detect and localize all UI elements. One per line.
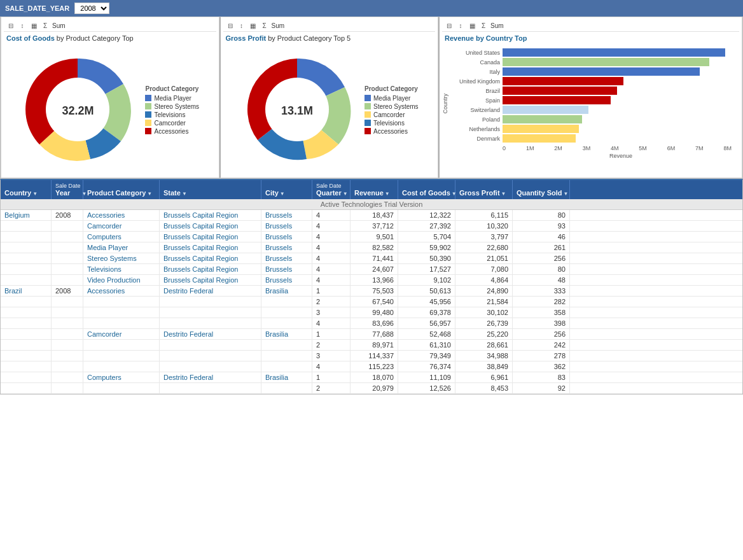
th-revenue[interactable]: Revenue ▼	[351, 180, 398, 199]
bar-row: United States	[450, 48, 739, 57]
td-city[interactable]: Brussels	[261, 253, 312, 263]
td-product[interactable]: Accessories	[83, 210, 160, 220]
table-row: Brazil2008AccessoriesDestrito FederalBra…	[1, 286, 742, 297]
td-state[interactable]: Destrito Federal	[160, 372, 261, 382]
td-product[interactable]: Computers	[83, 372, 160, 382]
td-year	[52, 232, 83, 242]
td-revenue: 115,223	[351, 361, 398, 372]
td-gp: 8,453	[455, 383, 513, 393]
th-cog[interactable]: Cost of Goods ▼	[398, 180, 455, 199]
legend-item: Accessories	[145, 128, 199, 135]
td-product[interactable]: Video Production	[83, 275, 160, 285]
td-year	[52, 242, 83, 253]
legend-item: Media Player	[145, 95, 199, 102]
bar-row: Canada	[450, 58, 739, 66]
td-product[interactable]: Stereo Systems	[83, 253, 160, 263]
td-quarter: 4	[312, 210, 351, 220]
chart-type-icon[interactable]: ▦	[468, 21, 476, 30]
td-qty: 358	[513, 307, 570, 318]
td-cog: 27,392	[398, 221, 455, 231]
sort-icon[interactable]: ↕	[456, 21, 465, 30]
td-state[interactable]: Destrito Federal	[160, 329, 261, 339]
filter-icon[interactable]: ⊟	[445, 21, 454, 30]
td-state[interactable]: Brussels Capital Region	[160, 242, 261, 253]
td-year	[52, 351, 83, 361]
td-country	[1, 275, 52, 285]
td-qty: 362	[513, 361, 570, 372]
sort-icon[interactable]: ↕	[237, 21, 246, 30]
bar-row: Denmark	[450, 134, 739, 143]
td-state[interactable]: Brussels Capital Region	[160, 221, 261, 231]
table-row: CamcorderBrussels Capital RegionBrussels…	[1, 221, 742, 232]
td-revenue: 89,971	[351, 340, 398, 350]
sum-label: Sum	[52, 22, 66, 29]
td-qty: 92	[513, 383, 570, 393]
td-state[interactable]: Brussels Capital Region	[160, 275, 261, 285]
filter-icon[interactable]: ⊟	[6, 21, 15, 30]
bar-row: United Kingdom	[450, 77, 739, 85]
chart-type-icon[interactable]: ▦	[249, 21, 258, 30]
legend-item: Camcorder	[365, 111, 419, 118]
td-city[interactable]: Brasilia	[261, 372, 312, 382]
sort-icon[interactable]: ↕	[18, 21, 27, 30]
td-country	[1, 361, 52, 372]
td-country	[1, 383, 52, 393]
td-state[interactable]: Brussels Capital Region	[160, 210, 261, 220]
td-revenue: 77,688	[351, 329, 398, 339]
td-country	[1, 372, 52, 382]
td-state[interactable]: Brussels Capital Region	[160, 253, 261, 263]
td-product[interactable]: Camcorder	[83, 221, 160, 231]
td-year	[52, 221, 83, 231]
td-quarter: 2	[312, 297, 351, 307]
td-product[interactable]: Camcorder	[83, 329, 160, 339]
td-product[interactable]: Media Player	[83, 242, 160, 253]
td-city[interactable]: Brussels	[261, 221, 312, 231]
th-qty[interactable]: Quantity Sold ▼	[513, 180, 570, 199]
chart-type-icon[interactable]: ▦	[29, 21, 38, 30]
td-state[interactable]: Brussels Capital Region	[160, 264, 261, 274]
td-quarter: 2	[312, 340, 351, 350]
td-country[interactable]: Brazil	[1, 286, 52, 296]
legend-item: Stereo Systems	[365, 103, 419, 110]
td-gp: 28,661	[455, 340, 513, 350]
td-city[interactable]: Brussels	[261, 232, 312, 242]
cog-legend: Product Category Media Player Stereo Sys…	[145, 85, 199, 136]
td-revenue: 18,437	[351, 210, 398, 220]
year-filter-select[interactable]: 2008	[74, 3, 109, 14]
td-product[interactable]: Computers	[83, 232, 160, 242]
td-state[interactable]: Brussels Capital Region	[160, 232, 261, 242]
td-cog: 61,310	[398, 340, 455, 350]
th-gp[interactable]: Gross Profit ▼	[455, 180, 513, 199]
td-country	[1, 307, 52, 318]
td-city[interactable]: Brussels	[261, 264, 312, 274]
th-product[interactable]: Product Category ▼	[83, 180, 160, 199]
table-row: Video ProductionBrussels Capital RegionB…	[1, 275, 742, 286]
filter-icon[interactable]: ⊟	[226, 21, 235, 30]
td-city[interactable]: Brasilia	[261, 286, 312, 296]
cog-total: 32.2M	[62, 104, 94, 117]
td-state[interactable]: Destrito Federal	[160, 286, 261, 296]
td-city[interactable]: Brussels	[261, 210, 312, 220]
td-revenue: 71,441	[351, 253, 398, 263]
td-product[interactable]: Televisions	[83, 264, 160, 274]
td-city	[261, 318, 312, 328]
td-quarter: 4	[312, 318, 351, 328]
td-product[interactable]: Accessories	[83, 286, 160, 296]
td-country	[1, 329, 52, 339]
th-country[interactable]: Country ▼	[1, 180, 52, 199]
th-city[interactable]: City ▼	[261, 180, 312, 199]
th-state[interactable]: State ▼	[160, 180, 261, 199]
td-country	[1, 297, 52, 307]
td-country[interactable]: Belgium	[1, 210, 52, 220]
sum-label: Sum	[272, 22, 285, 29]
td-quarter: 2	[312, 383, 351, 393]
th-year[interactable]: Sale DateYear ▼	[52, 180, 83, 199]
th-quarter[interactable]: Sale DateQuarter ▼	[312, 180, 351, 199]
td-city[interactable]: Brussels	[261, 275, 312, 285]
td-city[interactable]: Brussels	[261, 242, 312, 253]
td-gp: 21,584	[455, 297, 513, 307]
gp-legend: Product Category Media Player Stereo Sys…	[365, 85, 419, 136]
td-city[interactable]: Brasilia	[261, 329, 312, 339]
td-city	[261, 361, 312, 372]
table-row: 399,48069,37830,102358	[1, 307, 742, 318]
